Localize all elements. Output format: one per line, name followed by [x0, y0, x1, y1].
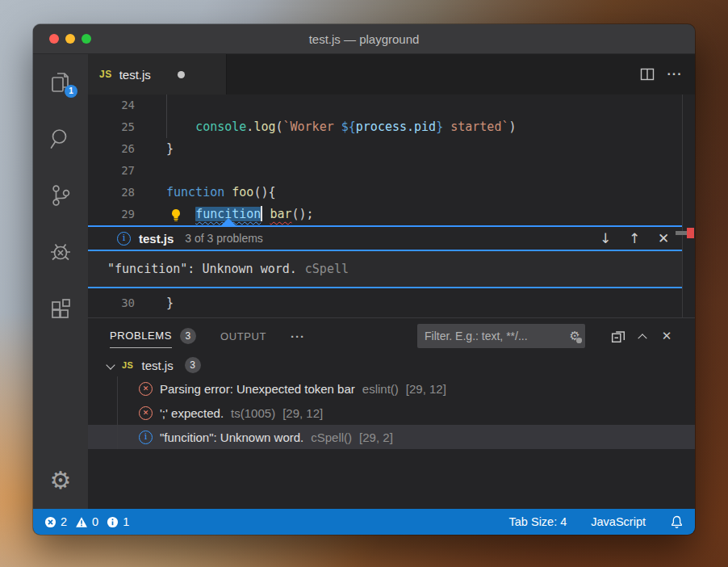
panel-header: PROBLEMS 3 OUTPUT ··· ⚙: [88, 318, 695, 354]
bell-icon[interactable]: [670, 515, 684, 529]
sidebar-item-settings[interactable]: ⚙: [33, 452, 88, 509]
peek-file-name: test.js: [139, 232, 174, 246]
info-icon: [107, 516, 119, 528]
sidebar-item-debug[interactable]: [33, 224, 88, 280]
problem-row[interactable]: ✕';' expected.ts(1005)[29, 12]: [88, 401, 695, 425]
problems-file-row[interactable]: JS test.js 3: [88, 354, 695, 376]
problems-list: ✕Parsing error: Unexpected token baresli…: [88, 376, 695, 449]
problems-panel: PROBLEMS 3 OUTPUT ··· ⚙: [88, 317, 695, 509]
line-number: 30: [88, 292, 135, 314]
sidebar-item-explorer[interactable]: 1: [33, 54, 88, 111]
filter-input[interactable]: [417, 324, 585, 348]
code-token: log: [253, 120, 275, 134]
tab-problems[interactable]: PROBLEMS 3: [110, 328, 196, 344]
peek-message-row[interactable]: "funcition": Unknown word. cSpell: [88, 251, 682, 287]
chevron-up-icon: [638, 334, 646, 342]
code-line[interactable]: 29 funcition bar();: [88, 204, 695, 225]
code-token: [224, 185, 232, 200]
problem-position: [29, 12]: [406, 382, 446, 396]
problem-source: cSpell(): [311, 430, 352, 444]
sidebar-item-search[interactable]: [33, 111, 88, 167]
problem-row[interactable]: i"funcition": Unknown word.cSpell()[29, …: [88, 425, 695, 449]
code-line[interactable]: 25 console.log(`Worker ${process.pid} st…: [88, 116, 695, 138]
error-marker: [687, 228, 694, 238]
close-panel-button[interactable]: ✕: [655, 329, 679, 343]
code-token: started`: [443, 120, 508, 134]
line-number: 28: [88, 182, 135, 204]
close-peek-button[interactable]: ✕: [653, 230, 674, 246]
problem-row[interactable]: ✕Parsing error: Unexpected token baresli…: [88, 376, 695, 401]
editor-group: JS test.js ··· 2425 console.log(`Worker …: [88, 54, 695, 509]
code-editor[interactable]: 2425 console.log(`Worker ${process.pid} …: [88, 94, 695, 225]
code-line[interactable]: 26}: [88, 138, 695, 160]
maximize-panel-button[interactable]: [630, 333, 655, 339]
split-editor-button[interactable]: [634, 54, 661, 94]
more-panels-button[interactable]: ···: [291, 330, 305, 343]
filter-options-icon[interactable]: ⚙: [570, 328, 580, 344]
code-line[interactable]: 27: [88, 160, 695, 182]
warnings-summary-button[interactable]: 0: [75, 515, 98, 528]
warning-count: 0: [92, 515, 98, 528]
more-actions-button[interactable]: ···: [661, 54, 688, 94]
problem-message: "funcition": Unknown word.: [160, 430, 303, 444]
file-problems-badge: 3: [185, 357, 201, 373]
debug-icon: [48, 240, 73, 264]
desktop-background: test.js — playground 1: [0, 0, 728, 567]
tab-size-indicator[interactable]: Tab Size: 4: [509, 515, 567, 528]
problems-summary-button[interactable]: 2: [44, 515, 67, 528]
warning-icon: [75, 516, 88, 528]
sidebar-item-source-control[interactable]: [33, 167, 88, 224]
window-title: test.js — playground: [33, 24, 695, 54]
code-token: function: [166, 185, 224, 200]
code-token: }: [166, 296, 174, 310]
tab-label: test.js: [119, 68, 151, 82]
overview-ruler[interactable]: [682, 94, 695, 317]
code-token: }: [436, 120, 443, 134]
split-editor-icon: [640, 68, 655, 81]
tab-bar: JS test.js ···: [88, 54, 695, 94]
code-token: console: [195, 120, 246, 134]
error-count: 2: [61, 515, 67, 528]
next-problem-button[interactable]: ↓: [595, 230, 616, 246]
code-token: [166, 120, 195, 134]
info-count: 1: [123, 515, 129, 528]
peek-arrow-icon: [221, 218, 236, 225]
previous-problem-button[interactable]: ↑: [624, 230, 645, 246]
code-editor-continued[interactable]: 30}: [88, 288, 695, 317]
chevron-down-icon: [106, 360, 115, 369]
problem-source: eslint(): [362, 382, 399, 396]
line-number: 25: [88, 116, 135, 138]
title-bar[interactable]: test.js — playground: [33, 24, 695, 54]
modified-dot-icon[interactable]: [178, 71, 185, 78]
peek-view: i test.js 3 of 3 problems ↓ ↑ ✕ "funciti…: [88, 225, 682, 288]
code-line[interactable]: 24: [88, 94, 695, 116]
status-bar: 2 0 1 Tab Size: 4 JavaSc: [33, 509, 695, 535]
info-summary-button[interactable]: 1: [107, 515, 129, 528]
code-line[interactable]: 28function foo(){: [88, 182, 695, 204]
code-token: `Worker: [283, 120, 341, 134]
code-line[interactable]: 30}: [88, 292, 695, 314]
collapse-all-button[interactable]: [606, 329, 630, 343]
line-number: 29: [88, 204, 135, 225]
activity-bar: 1: [33, 54, 88, 509]
language-indicator[interactable]: JavaScript: [591, 515, 646, 528]
source-control-icon: [48, 183, 73, 208]
code-token: ): [508, 120, 516, 134]
line-number: 27: [88, 160, 135, 182]
error-icon: ✕: [139, 406, 153, 420]
info-icon: i: [139, 430, 153, 444]
problem-message: ';' expected.: [160, 406, 224, 420]
explorer-badge: 1: [65, 85, 77, 98]
sidebar-item-extensions[interactable]: [33, 280, 88, 337]
problem-position: [29, 2]: [359, 430, 393, 444]
tab-testjs[interactable]: JS test.js: [88, 54, 227, 94]
gear-icon: ⚙: [50, 468, 72, 493]
error-icon: ✕: [139, 382, 153, 396]
vscode-window: test.js — playground 1: [33, 24, 695, 535]
code-token: (){: [253, 185, 275, 200]
peek-problem-count: 3 of 3 problems: [185, 232, 263, 245]
problems-file-name: test.js: [141, 359, 173, 372]
tab-output[interactable]: OUTPUT: [220, 330, 266, 342]
error-icon: [44, 516, 56, 528]
line-number: 24: [88, 94, 135, 116]
